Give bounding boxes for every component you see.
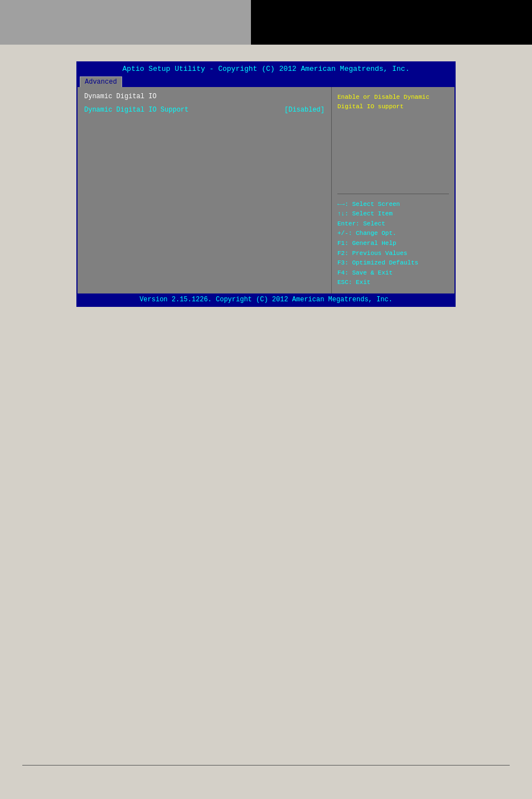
top-banner-right — [251, 0, 532, 45]
help-text-content: Enable or Disable DynamicDigital IO supp… — [337, 94, 429, 110]
key-previous-values: F2: Previous Values — [337, 249, 449, 259]
setting-label-digital-io: Dynamic Digital IO Support — [84, 106, 188, 114]
bios-main: Dynamic Digital IO Dynamic Digital IO Su… — [78, 87, 454, 293]
key-change-opt: +/-: Change Opt. — [337, 229, 449, 239]
key-esc: ESC: Exit — [337, 278, 449, 288]
setting-row-digital-io[interactable]: Dynamic Digital IO Support [Disabled] — [84, 105, 325, 115]
bios-keys: ←→: Select Screen ↑↓: Select Item Enter:… — [337, 200, 449, 288]
bios-titlebar: Aptio Setup Utility - Copyright (C) 2012… — [78, 62, 454, 75]
bios-left-panel: Dynamic Digital IO Dynamic Digital IO Su… — [78, 87, 332, 293]
bios-footer: Version 2.15.1226. Copyright (C) 2012 Am… — [78, 293, 454, 306]
setting-value-digital-io: [Disabled] — [284, 106, 325, 114]
bios-help-text: Enable or Disable DynamicDigital IO supp… — [337, 93, 449, 188]
key-enter: Enter: Select — [337, 219, 449, 229]
page-wrapper: Aptio Setup Utility - Copyright (C) 2012… — [0, 0, 532, 799]
top-banner — [0, 0, 532, 45]
key-save-exit: F4: Save & Exit — [337, 268, 449, 278]
key-select-screen: ←→: Select Screen — [337, 200, 449, 210]
key-select-item: ↑↓: Select Item — [337, 209, 449, 219]
bios-container: Aptio Setup Utility - Copyright (C) 2012… — [76, 61, 456, 307]
bios-divider — [337, 194, 449, 194]
key-optimized-defaults: F3: Optimized Defaults — [337, 258, 449, 268]
bios-right-panel: Enable or Disable DynamicDigital IO supp… — [332, 87, 454, 293]
bios-tabbar: Advanced — [78, 75, 454, 87]
bios-title-text: Aptio Setup Utility - Copyright (C) 2012… — [123, 65, 410, 73]
bios-section-title: Dynamic Digital IO — [84, 93, 325, 100]
bios-footer-text: Version 2.15.1226. Copyright (C) 2012 Am… — [139, 296, 393, 304]
top-banner-left — [0, 0, 251, 45]
bottom-line — [22, 765, 510, 766]
tab-advanced[interactable]: Advanced — [80, 76, 122, 87]
key-general-help: F1: General Help — [337, 239, 449, 249]
